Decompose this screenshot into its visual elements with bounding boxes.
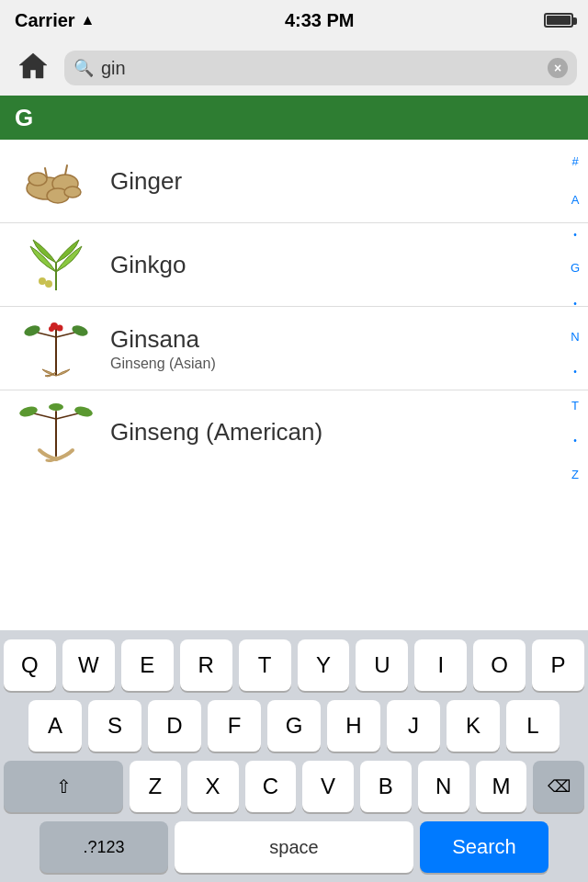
list-container: Ginger Ginkgo (0, 140, 588, 498)
ginger-image (15, 149, 97, 213)
key-numbers[interactable]: .?123 (40, 821, 168, 873)
key-f[interactable]: F (208, 700, 261, 752)
svg-point-9 (45, 280, 52, 288)
index-hash[interactable]: # (571, 153, 578, 170)
key-i[interactable]: I (414, 639, 467, 691)
keyboard-row-3: ⇧ Z X C V B N M ⌫ (4, 761, 584, 812)
index-dot-3: • (573, 367, 577, 377)
index-sidebar: # A • G • N • T • Z (562, 140, 588, 498)
ginger-name: Ginger (110, 167, 573, 196)
ginkgo-image (15, 232, 97, 297)
index-t[interactable]: T (571, 398, 579, 414)
key-n[interactable]: N (418, 761, 469, 812)
wifi-icon: ▲ (81, 12, 96, 28)
key-c[interactable]: C (245, 761, 297, 812)
key-e[interactable]: E (121, 639, 174, 691)
key-r[interactable]: R (180, 639, 232, 691)
battery-icon (544, 13, 573, 28)
section-header: G (0, 96, 588, 140)
ginsana-sub: Ginseng (Asian) (110, 356, 573, 372)
keyboard-row-1: Q W E R T Y U I O P (4, 639, 584, 691)
ginkgo-name: Ginkgo (110, 251, 573, 279)
ginseng-american-text: Ginseng (American) (110, 418, 573, 447)
ginkgo-text: Ginkgo (110, 251, 573, 279)
status-time: 4:33 PM (285, 10, 355, 31)
key-k[interactable]: K (447, 700, 500, 752)
key-l[interactable]: L (506, 700, 560, 752)
battery-fill (547, 16, 571, 25)
key-a[interactable]: A (28, 700, 82, 752)
key-space[interactable]: space (175, 821, 413, 873)
svg-line-13 (56, 333, 74, 337)
key-x[interactable]: X (187, 761, 239, 812)
svg-line-6 (65, 165, 67, 175)
ginsana-name: Ginsana (110, 325, 573, 354)
key-z[interactable]: Z (130, 761, 181, 812)
key-s[interactable]: S (88, 700, 141, 752)
section-letter: G (15, 104, 33, 132)
index-n[interactable]: N (571, 329, 579, 345)
ginseng-american-image (15, 400, 97, 464)
index-dot-4: • (573, 435, 577, 446)
svg-line-11 (38, 333, 56, 337)
key-w[interactable]: W (62, 639, 115, 691)
key-m[interactable]: M (476, 761, 527, 812)
carrier-label: Carrier (15, 10, 75, 31)
svg-point-17 (49, 326, 54, 332)
svg-point-12 (23, 323, 41, 338)
status-bar: Carrier ▲ 4:33 PM (0, 0, 588, 40)
svg-point-4 (64, 187, 81, 198)
keyboard-row-2: A S D F G H J K L (4, 700, 584, 752)
key-j[interactable]: J (387, 700, 440, 752)
key-o[interactable]: O (473, 639, 526, 691)
key-h[interactable]: H (327, 700, 380, 752)
list-item[interactable]: Ginger (0, 140, 588, 223)
ginseng-american-name: Ginseng (American) (110, 418, 573, 447)
index-dot-2: • (573, 299, 577, 309)
svg-point-22 (74, 404, 93, 418)
key-v[interactable]: V (302, 761, 354, 812)
svg-point-16 (57, 324, 63, 331)
carrier-wifi: Carrier ▲ (15, 10, 95, 31)
index-z[interactable]: Z (571, 467, 579, 483)
search-button[interactable]: Search (420, 821, 548, 873)
keyboard-row-4: .?123 space Search (4, 821, 584, 882)
list-item[interactable]: Ginkgo (0, 223, 588, 307)
key-g[interactable]: G (267, 700, 321, 752)
home-icon (17, 50, 50, 86)
svg-line-19 (34, 413, 56, 419)
search-bar: 🔍 × (64, 51, 577, 85)
key-y[interactable]: Y (298, 639, 350, 691)
list-item[interactable]: Ginseng (American) (0, 390, 588, 473)
svg-point-8 (39, 277, 46, 285)
svg-point-14 (71, 323, 89, 338)
svg-point-24 (49, 403, 63, 411)
ginsana-text: Ginsana Ginseng (Asian) (110, 325, 573, 372)
index-g[interactable]: G (571, 260, 580, 277)
svg-point-20 (19, 404, 39, 418)
clear-button[interactable]: × (548, 58, 568, 78)
index-a[interactable]: A (571, 192, 580, 209)
list-area: Ginger Ginkgo (0, 140, 588, 473)
header: 🔍 × (0, 40, 588, 96)
key-u[interactable]: U (356, 639, 408, 691)
keyboard: Q W E R T Y U I O P A S D F G H J K L ⇧ … (0, 630, 588, 882)
key-q[interactable]: Q (4, 639, 56, 691)
ginsana-image (15, 316, 97, 380)
ginger-text: Ginger (110, 167, 573, 196)
key-shift[interactable]: ⇧ (4, 761, 123, 812)
key-p[interactable]: P (532, 639, 584, 691)
index-dot-1: • (573, 230, 577, 240)
key-t[interactable]: T (239, 639, 291, 691)
key-b[interactable]: B (360, 761, 412, 812)
list-item[interactable]: Ginsana Ginseng (Asian) (0, 307, 588, 390)
key-delete[interactable]: ⌫ (533, 761, 584, 812)
key-d[interactable]: D (148, 700, 201, 752)
search-icon: 🔍 (74, 58, 94, 78)
search-input[interactable] (101, 58, 540, 79)
svg-point-2 (28, 173, 47, 186)
home-button[interactable] (11, 48, 55, 88)
svg-line-21 (56, 413, 78, 419)
